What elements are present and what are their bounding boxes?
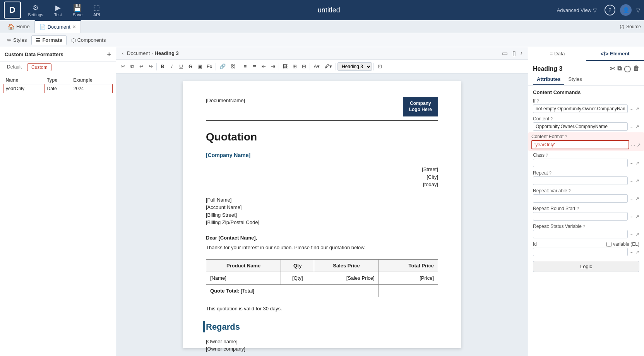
field-content-link[interactable]: ↗: [635, 124, 639, 130]
field-repeat-more[interactable]: ···: [629, 178, 634, 184]
row-sales-price: [Sales Price]: [314, 272, 379, 285]
field-content-format-more[interactable]: ···: [631, 142, 635, 148]
field-content-format-link[interactable]: ↗: [637, 142, 641, 148]
toggle-icon[interactable]: ◯: [624, 65, 631, 72]
doc-canvas[interactable]: [DocumentName] Company Logo Here Quotati…: [116, 74, 528, 356]
field-repeat-variable-link[interactable]: ↗: [635, 196, 639, 202]
undo-button[interactable]: ↩: [137, 63, 146, 70]
copy-button[interactable]: ⧉: [128, 63, 136, 70]
left-panel-header: Custom Data Formatters +: [0, 47, 116, 62]
rp-tab-element[interactable]: </> Element: [586, 47, 644, 61]
field-repeat-round-start-more[interactable]: ···: [629, 214, 634, 219]
settings-button[interactable]: ⚙ Settings: [24, 2, 47, 19]
underline-button[interactable]: U: [177, 63, 185, 70]
company-logo-box: Company Logo Here: [403, 97, 438, 116]
field-repeat-round-start-input[interactable]: [533, 212, 628, 221]
field-if-link[interactable]: ↗: [635, 106, 639, 112]
field-repeat-round-start-help[interactable]: ?: [576, 206, 579, 211]
table-edit-button[interactable]: ⊟: [300, 63, 308, 70]
field-repeat-variable-input[interactable]: [533, 194, 628, 203]
add-formatter-button[interactable]: +: [107, 50, 111, 58]
field-if-more[interactable]: ···: [629, 106, 634, 112]
help-button[interactable]: ?: [605, 5, 615, 15]
rp-attr-tab-styles[interactable]: Styles: [564, 74, 586, 85]
bold-button[interactable]: B: [158, 63, 167, 70]
rp-attr-tab-attributes[interactable]: Attributes: [533, 74, 564, 85]
field-if-help[interactable]: ?: [537, 99, 539, 103]
unlink-button[interactable]: ⛓: [228, 63, 237, 70]
field-content-help[interactable]: ?: [550, 116, 553, 121]
field-id-link[interactable]: ↗: [635, 249, 639, 255]
strikethrough-button[interactable]: S: [186, 63, 195, 70]
field-class-link[interactable]: ↗: [635, 160, 639, 166]
field-repeat-variable-help[interactable]: ?: [569, 188, 571, 193]
tab-components[interactable]: ⬡ Components: [67, 36, 110, 45]
advanced-view-button[interactable]: Advanced View ▽: [554, 6, 600, 15]
api-button[interactable]: ⬚ API: [89, 2, 104, 19]
indent-less-button[interactable]: ⇤: [259, 63, 268, 70]
field-content-input[interactable]: [533, 122, 628, 131]
doc-table: Product Name Qty Sales Price Total Price…: [206, 259, 438, 298]
tab-document[interactable]: 📄 Document ✕: [35, 20, 81, 33]
field-repeat-help[interactable]: ?: [549, 171, 552, 175]
field-repeat-variable-more[interactable]: ···: [629, 196, 634, 202]
field-content-format-input[interactable]: [531, 140, 629, 149]
tab-home[interactable]: 🏠 Home: [3, 20, 35, 33]
ordered-list-button[interactable]: ≡: [241, 63, 249, 70]
expand-icon[interactable]: ›: [519, 49, 524, 58]
view-icon-2[interactable]: ▯: [511, 49, 517, 58]
highlight-button[interactable]: ▣: [195, 63, 204, 70]
style-select[interactable]: Heading 3: [337, 62, 372, 71]
unordered-list-button[interactable]: ≣: [250, 63, 259, 70]
field-if-input[interactable]: [533, 104, 628, 113]
field-class-input[interactable]: [533, 159, 628, 167]
field-repeat-status-variable: Repeat: Status Variable ? ··· ↗: [528, 222, 644, 240]
tab-close-icon[interactable]: ✕: [72, 24, 76, 29]
view-icon-1[interactable]: ▭: [500, 49, 509, 58]
field-repeat-link[interactable]: ↗: [635, 178, 639, 184]
field-repeat-input[interactable]: [533, 176, 628, 185]
field-id-more[interactable]: ···: [629, 249, 634, 255]
field-class-help[interactable]: ?: [546, 153, 548, 157]
italic-button[interactable]: I: [168, 63, 176, 70]
field-repeat-status-variable-more[interactable]: ···: [629, 231, 634, 237]
font-color-button[interactable]: A▾: [312, 63, 322, 70]
tab-formats[interactable]: ☰ Formats: [31, 35, 66, 45]
tab-custom[interactable]: Custom: [27, 63, 51, 71]
source-edit-button[interactable]: ⊡: [375, 63, 384, 70]
field-repeat-variable-row: ··· ↗: [533, 194, 639, 203]
rp-fields-container: Content Commands If ? ··· ↗ Content ?: [528, 86, 644, 356]
delete-element-icon[interactable]: 🗑: [633, 65, 639, 72]
field-content-more[interactable]: ···: [629, 124, 634, 130]
image-button[interactable]: 🖼: [281, 63, 289, 70]
field-class-more[interactable]: ···: [629, 160, 634, 166]
field-content-format-help[interactable]: ?: [565, 134, 567, 139]
subscript-button[interactable]: Fx: [205, 63, 214, 70]
field-id-input[interactable]: [533, 248, 628, 256]
save-button[interactable]: 💾 Save: [69, 2, 86, 19]
source-button[interactable]: ⟨/⟩ Source: [620, 24, 641, 29]
field-id-checkbox[interactable]: [606, 242, 611, 247]
rp-tab-data[interactable]: ≡ Data: [528, 47, 586, 61]
redo-button[interactable]: ↪: [146, 63, 155, 70]
field-repeat-status-variable-help[interactable]: ?: [583, 224, 585, 229]
link-button[interactable]: 🔗: [218, 63, 228, 70]
copy-element-icon[interactable]: ⧉: [617, 65, 622, 72]
field-repeat-round-start-link[interactable]: ↗: [635, 214, 639, 219]
rp-heading-icons: ✂ ⧉ ◯ 🗑: [610, 65, 639, 72]
bg-color-button[interactable]: 🖊▾: [322, 63, 334, 70]
settings-icon: ⚙: [33, 3, 39, 12]
breadcrumb-back-icon[interactable]: ‹: [120, 50, 125, 57]
indent-more-button[interactable]: ⇥: [269, 63, 277, 70]
table-row[interactable]: yearOnly Date 2024: [3, 84, 113, 93]
tab-default[interactable]: Default: [3, 63, 26, 71]
scissors-icon[interactable]: ✂: [610, 65, 615, 72]
tab-styles[interactable]: ✏ Styles: [3, 36, 31, 45]
field-repeat-status-variable-link[interactable]: ↗: [635, 231, 639, 237]
cut-button[interactable]: ✂: [118, 63, 127, 70]
table-button[interactable]: ⊞: [290, 63, 299, 70]
logic-button[interactable]: Logic: [533, 261, 639, 272]
user-avatar[interactable]: 👤: [620, 4, 632, 16]
test-button[interactable]: ▶ Test: [50, 2, 66, 19]
field-repeat-status-variable-input[interactable]: [533, 230, 628, 238]
